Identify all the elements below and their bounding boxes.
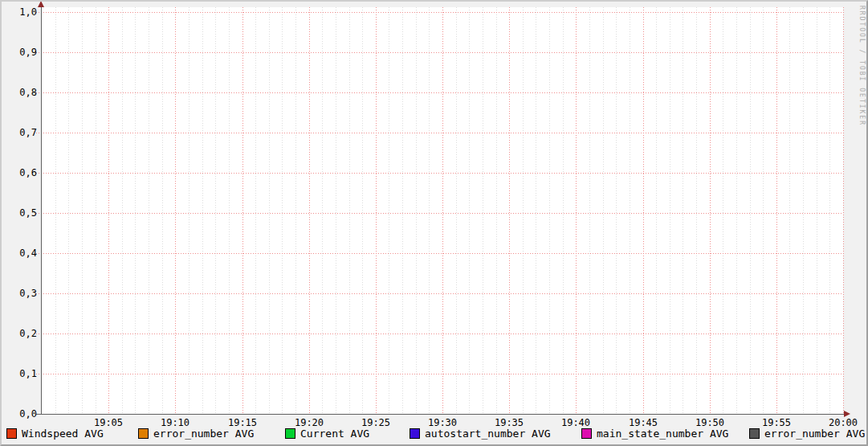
gridline-horizontal-major xyxy=(36,173,843,174)
legend-label: main_state_number AVG xyxy=(597,428,728,440)
legend-label: Windspeed AVG xyxy=(22,428,104,440)
gridline-vertical-minor xyxy=(269,7,270,414)
gridline-vertical-minor xyxy=(189,7,189,414)
gridline-vertical-minor xyxy=(429,7,430,414)
gridline-vertical-minor xyxy=(817,7,817,414)
gridline-horizontal-major xyxy=(36,213,843,214)
gridline-horizontal-major xyxy=(36,333,843,334)
gridline-vertical-minor xyxy=(616,7,617,414)
gridline-horizontal-major xyxy=(36,374,843,374)
legend-swatch-icon xyxy=(581,428,592,439)
gridline-vertical-minor xyxy=(656,7,657,414)
watermark: RRDTOOL / TOBI OETIKER xyxy=(858,6,866,126)
gridline-vertical-minor xyxy=(362,7,363,414)
gridline-vertical-minor xyxy=(523,7,524,414)
gridline-vertical-major xyxy=(710,7,711,414)
gridline-vertical-major xyxy=(242,7,243,414)
gridline-vertical-minor xyxy=(563,7,564,414)
legend-item: Windspeed AVG xyxy=(6,427,104,440)
gridline-vertical-minor xyxy=(229,7,230,414)
gridline-vertical-minor xyxy=(255,7,256,414)
legend-label: error_number AVG xyxy=(764,428,865,440)
gridline-vertical-minor xyxy=(96,7,96,414)
gridline-vertical-minor xyxy=(55,7,56,414)
gridline-horizontal-major xyxy=(36,92,843,93)
y-tick-label: 0,8 xyxy=(5,87,37,98)
x-axis-arrow-icon xyxy=(844,411,850,417)
gridline-vertical-minor xyxy=(135,7,136,414)
gridline-horizontal-major xyxy=(36,253,843,254)
y-tick-label: 0,3 xyxy=(5,288,37,299)
gridline-vertical-minor xyxy=(202,7,203,414)
legend-swatch-icon xyxy=(749,428,760,439)
y-tick-label: 0,7 xyxy=(5,127,37,138)
gridline-vertical-minor xyxy=(763,7,764,414)
legend-swatch-icon xyxy=(285,428,295,439)
gridline-vertical-minor xyxy=(469,7,470,414)
legend-item: Current AVG xyxy=(285,427,369,440)
x-axis-line xyxy=(36,414,844,415)
gridline-horizontal-major xyxy=(36,12,843,13)
gridline-horizontal-major xyxy=(36,52,843,53)
y-tick-label: 0,0 xyxy=(5,408,37,419)
gridline-vertical-minor xyxy=(456,7,457,414)
gridline-vertical-minor xyxy=(215,7,216,414)
gridline-vertical-minor xyxy=(630,7,630,414)
gridline-vertical-minor xyxy=(496,7,497,414)
rrdtool-graph: 0,00,10,20,30,40,50,60,70,80,91,0 19:051… xyxy=(0,0,868,446)
gridline-vertical-minor xyxy=(336,7,336,414)
gridline-vertical-minor xyxy=(149,7,149,414)
gridline-vertical-minor xyxy=(402,7,403,414)
gridline-vertical-minor xyxy=(282,7,283,414)
gridline-vertical-minor xyxy=(483,7,483,414)
gridline-vertical-minor xyxy=(295,7,296,414)
legend-item: error_number AVG xyxy=(138,427,254,440)
gridline-vertical-minor xyxy=(603,7,604,414)
y-tick-label: 0,9 xyxy=(5,47,37,58)
gridline-vertical-major xyxy=(108,7,109,414)
gridline-vertical-major xyxy=(843,7,844,414)
gridline-vertical-minor xyxy=(82,7,83,414)
gridline-horizontal-major xyxy=(36,293,843,294)
gridline-vertical-major xyxy=(175,7,176,414)
y-tick-label: 0,2 xyxy=(5,328,37,339)
gridline-vertical-minor xyxy=(696,7,697,414)
legend-label: autostart_number AVG xyxy=(425,428,551,440)
y-tick-label: 1,0 xyxy=(5,6,37,18)
legend-label: error_number AVG xyxy=(153,428,254,440)
legend-item: main_state_number AVG xyxy=(581,427,728,440)
gridline-vertical-major xyxy=(509,7,510,414)
gridline-vertical-minor xyxy=(162,7,163,414)
gridline-vertical-minor xyxy=(750,7,751,414)
gridline-vertical-major xyxy=(643,7,644,414)
gridline-vertical-minor xyxy=(389,7,389,414)
legend-item: autostart_number AVG xyxy=(410,427,551,440)
gridline-vertical-major xyxy=(576,7,577,414)
gridline-horizontal-major xyxy=(36,133,843,133)
gridline-vertical-minor xyxy=(803,7,804,414)
gridline-vertical-major xyxy=(442,7,443,414)
gridline-vertical-minor xyxy=(736,7,737,414)
gridline-vertical-minor xyxy=(416,7,417,414)
gridline-vertical-major xyxy=(309,7,310,414)
gridline-vertical-minor xyxy=(349,7,350,414)
legend-item: error_number AVG xyxy=(749,427,865,440)
gridline-vertical-minor xyxy=(122,7,123,414)
gridline-vertical-minor xyxy=(589,7,590,414)
gridline-vertical-minor xyxy=(549,7,550,414)
y-axis-line xyxy=(41,6,42,415)
legend-label: Current AVG xyxy=(300,428,369,440)
y-tick-label: 0,1 xyxy=(5,368,37,379)
legend-swatch-icon xyxy=(138,428,149,439)
gridline-vertical-minor xyxy=(322,7,323,414)
gridline-vertical-minor xyxy=(683,7,683,414)
gridline-vertical-minor xyxy=(723,7,723,414)
gridline-vertical-major xyxy=(376,7,377,414)
gridline-vertical-minor xyxy=(829,7,830,414)
gridline-vertical-minor xyxy=(536,7,536,414)
y-tick-label: 0,5 xyxy=(5,207,37,219)
gridline-vertical-minor xyxy=(789,7,790,414)
legend-swatch-icon xyxy=(6,428,17,439)
gridline-vertical-minor xyxy=(68,7,69,414)
gridline-vertical-minor xyxy=(670,7,670,414)
